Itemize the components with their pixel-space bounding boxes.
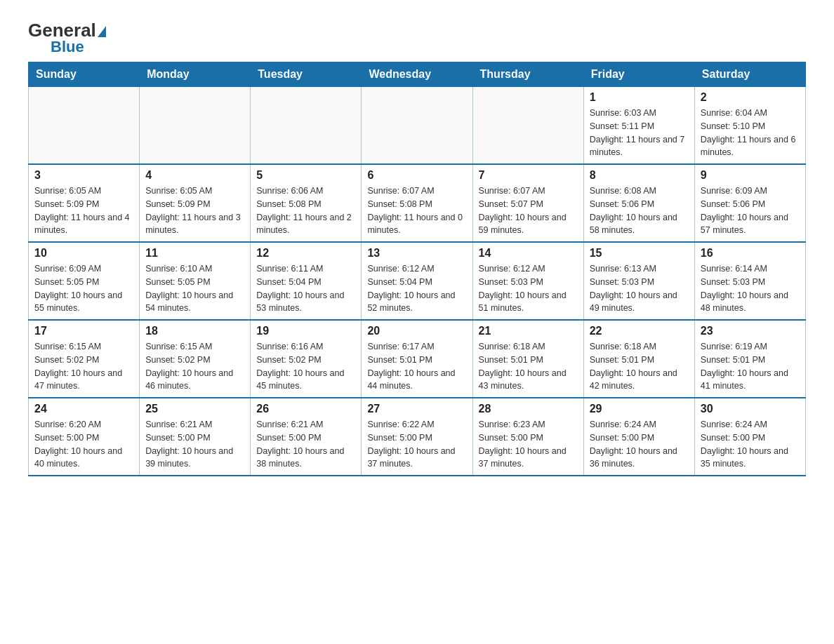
day-info: Sunrise: 6:07 AMSunset: 5:07 PMDaylight:… xyxy=(479,185,578,237)
page-header: General Blue xyxy=(28,21,806,55)
weekday-header-thursday: Thursday xyxy=(472,62,583,87)
day-number: 6 xyxy=(367,169,466,182)
day-info: Sunrise: 6:12 AMSunset: 5:03 PMDaylight:… xyxy=(479,262,578,315)
day-number: 30 xyxy=(701,403,800,415)
day-info: Sunrise: 6:24 AMSunset: 5:00 PMDaylight:… xyxy=(590,418,689,471)
calendar-cell xyxy=(29,87,140,165)
day-info: Sunrise: 6:05 AMSunset: 5:09 PMDaylight:… xyxy=(34,185,133,237)
day-info: Sunrise: 6:20 AMSunset: 5:00 PMDaylight:… xyxy=(34,418,133,471)
calendar-cell xyxy=(472,87,583,165)
calendar-table: SundayMondayTuesdayWednesdayThursdayFrid… xyxy=(28,62,806,476)
calendar-cell: 30Sunrise: 6:24 AMSunset: 5:00 PMDayligh… xyxy=(694,398,805,476)
logo-triangle-icon xyxy=(98,26,106,37)
calendar-cell: 16Sunrise: 6:14 AMSunset: 5:03 PMDayligh… xyxy=(694,242,805,320)
day-info: Sunrise: 6:07 AMSunset: 5:08 PMDaylight:… xyxy=(367,185,466,237)
calendar-week-row: 24Sunrise: 6:20 AMSunset: 5:00 PMDayligh… xyxy=(29,398,806,476)
day-info: Sunrise: 6:03 AMSunset: 5:11 PMDaylight:… xyxy=(590,107,689,159)
calendar-cell: 24Sunrise: 6:20 AMSunset: 5:00 PMDayligh… xyxy=(29,398,140,476)
day-info: Sunrise: 6:15 AMSunset: 5:02 PMDaylight:… xyxy=(145,340,244,393)
day-number: 12 xyxy=(256,247,355,260)
day-info: Sunrise: 6:12 AMSunset: 5:04 PMDaylight:… xyxy=(367,262,466,315)
day-info: Sunrise: 6:09 AMSunset: 5:06 PMDaylight:… xyxy=(701,185,800,237)
day-number: 15 xyxy=(590,247,689,260)
day-info: Sunrise: 6:09 AMSunset: 5:05 PMDaylight:… xyxy=(34,262,133,315)
calendar-cell: 9Sunrise: 6:09 AMSunset: 5:06 PMDaylight… xyxy=(694,164,805,242)
day-number: 9 xyxy=(701,169,800,182)
day-number: 3 xyxy=(34,169,133,182)
logo-blue-text: Blue xyxy=(51,39,84,55)
day-number: 21 xyxy=(479,325,578,337)
day-number: 10 xyxy=(34,247,133,260)
day-number: 8 xyxy=(590,169,689,182)
day-number: 29 xyxy=(590,403,689,415)
calendar-cell: 20Sunrise: 6:17 AMSunset: 5:01 PMDayligh… xyxy=(362,320,472,398)
day-info: Sunrise: 6:15 AMSunset: 5:02 PMDaylight:… xyxy=(34,340,133,393)
day-number: 22 xyxy=(590,325,689,337)
day-info: Sunrise: 6:04 AMSunset: 5:10 PMDaylight:… xyxy=(701,107,800,159)
weekday-header-friday: Friday xyxy=(583,62,694,87)
calendar-week-row: 10Sunrise: 6:09 AMSunset: 5:05 PMDayligh… xyxy=(29,242,806,320)
day-info: Sunrise: 6:13 AMSunset: 5:03 PMDaylight:… xyxy=(590,262,689,315)
calendar-cell: 26Sunrise: 6:21 AMSunset: 5:00 PMDayligh… xyxy=(251,398,362,476)
day-info: Sunrise: 6:18 AMSunset: 5:01 PMDaylight:… xyxy=(479,340,578,393)
weekday-header-sunday: Sunday xyxy=(29,62,140,87)
day-info: Sunrise: 6:21 AMSunset: 5:00 PMDaylight:… xyxy=(145,418,244,471)
day-info: Sunrise: 6:06 AMSunset: 5:08 PMDaylight:… xyxy=(256,185,355,237)
day-number: 14 xyxy=(479,247,578,260)
calendar-cell: 29Sunrise: 6:24 AMSunset: 5:00 PMDayligh… xyxy=(583,398,694,476)
day-info: Sunrise: 6:21 AMSunset: 5:00 PMDaylight:… xyxy=(256,418,355,471)
day-info: Sunrise: 6:17 AMSunset: 5:01 PMDaylight:… xyxy=(367,340,466,393)
weekday-header-row: SundayMondayTuesdayWednesdayThursdayFrid… xyxy=(29,62,806,87)
day-number: 25 xyxy=(145,403,244,415)
calendar-cell xyxy=(251,87,362,165)
day-info: Sunrise: 6:05 AMSunset: 5:09 PMDaylight:… xyxy=(145,185,244,237)
calendar-cell: 23Sunrise: 6:19 AMSunset: 5:01 PMDayligh… xyxy=(694,320,805,398)
calendar-cell: 13Sunrise: 6:12 AMSunset: 5:04 PMDayligh… xyxy=(362,242,472,320)
calendar-cell: 15Sunrise: 6:13 AMSunset: 5:03 PMDayligh… xyxy=(583,242,694,320)
day-number: 16 xyxy=(701,247,800,260)
calendar-week-row: 1Sunrise: 6:03 AMSunset: 5:11 PMDaylight… xyxy=(29,87,806,165)
calendar-cell: 3Sunrise: 6:05 AMSunset: 5:09 PMDaylight… xyxy=(29,164,140,242)
calendar-cell: 25Sunrise: 6:21 AMSunset: 5:00 PMDayligh… xyxy=(140,398,251,476)
calendar-cell: 19Sunrise: 6:16 AMSunset: 5:02 PMDayligh… xyxy=(251,320,362,398)
weekday-header-monday: Monday xyxy=(140,62,251,87)
day-info: Sunrise: 6:16 AMSunset: 5:02 PMDaylight:… xyxy=(256,340,355,393)
calendar-cell: 22Sunrise: 6:18 AMSunset: 5:01 PMDayligh… xyxy=(583,320,694,398)
calendar-cell: 1Sunrise: 6:03 AMSunset: 5:11 PMDaylight… xyxy=(583,87,694,165)
logo: General Blue xyxy=(28,21,106,55)
day-number: 4 xyxy=(145,169,244,182)
calendar-cell: 8Sunrise: 6:08 AMSunset: 5:06 PMDaylight… xyxy=(583,164,694,242)
weekday-header-wednesday: Wednesday xyxy=(362,62,472,87)
calendar-cell: 14Sunrise: 6:12 AMSunset: 5:03 PMDayligh… xyxy=(472,242,583,320)
day-number: 27 xyxy=(367,403,466,415)
calendar-cell: 4Sunrise: 6:05 AMSunset: 5:09 PMDaylight… xyxy=(140,164,251,242)
calendar-cell: 12Sunrise: 6:11 AMSunset: 5:04 PMDayligh… xyxy=(251,242,362,320)
day-info: Sunrise: 6:14 AMSunset: 5:03 PMDaylight:… xyxy=(701,262,800,315)
day-number: 19 xyxy=(256,325,355,337)
day-info: Sunrise: 6:18 AMSunset: 5:01 PMDaylight:… xyxy=(590,340,689,393)
calendar-cell: 7Sunrise: 6:07 AMSunset: 5:07 PMDaylight… xyxy=(472,164,583,242)
day-info: Sunrise: 6:08 AMSunset: 5:06 PMDaylight:… xyxy=(590,185,689,237)
day-info: Sunrise: 6:23 AMSunset: 5:00 PMDaylight:… xyxy=(479,418,578,471)
day-number: 11 xyxy=(145,247,244,260)
calendar-cell: 5Sunrise: 6:06 AMSunset: 5:08 PMDaylight… xyxy=(251,164,362,242)
calendar-cell: 21Sunrise: 6:18 AMSunset: 5:01 PMDayligh… xyxy=(472,320,583,398)
day-number: 5 xyxy=(256,169,355,182)
calendar-cell: 27Sunrise: 6:22 AMSunset: 5:00 PMDayligh… xyxy=(362,398,472,476)
calendar-cell: 10Sunrise: 6:09 AMSunset: 5:05 PMDayligh… xyxy=(29,242,140,320)
weekday-header-tuesday: Tuesday xyxy=(251,62,362,87)
day-info: Sunrise: 6:19 AMSunset: 5:01 PMDaylight:… xyxy=(701,340,800,393)
calendar-cell: 2Sunrise: 6:04 AMSunset: 5:10 PMDaylight… xyxy=(694,87,805,165)
calendar-week-row: 3Sunrise: 6:05 AMSunset: 5:09 PMDaylight… xyxy=(29,164,806,242)
day-info: Sunrise: 6:24 AMSunset: 5:00 PMDaylight:… xyxy=(701,418,800,471)
logo-general-text: General xyxy=(28,21,96,39)
day-number: 18 xyxy=(145,325,244,337)
day-number: 20 xyxy=(367,325,466,337)
calendar-cell: 6Sunrise: 6:07 AMSunset: 5:08 PMDaylight… xyxy=(362,164,472,242)
day-info: Sunrise: 6:10 AMSunset: 5:05 PMDaylight:… xyxy=(145,262,244,315)
calendar-cell: 17Sunrise: 6:15 AMSunset: 5:02 PMDayligh… xyxy=(29,320,140,398)
day-number: 7 xyxy=(479,169,578,182)
day-number: 24 xyxy=(34,403,133,415)
day-info: Sunrise: 6:11 AMSunset: 5:04 PMDaylight:… xyxy=(256,262,355,315)
day-info: Sunrise: 6:22 AMSunset: 5:00 PMDaylight:… xyxy=(367,418,466,471)
